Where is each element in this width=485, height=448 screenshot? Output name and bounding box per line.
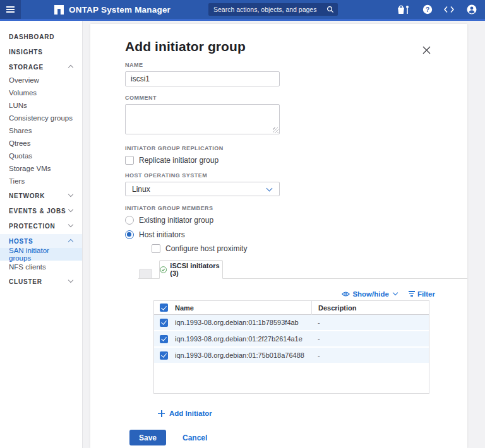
sidebar-item-nfs-clients[interactable]: NFS clients xyxy=(0,261,82,273)
radio-selected-icon[interactable] xyxy=(125,230,134,239)
close-icon[interactable] xyxy=(421,44,432,56)
tab-iscsi-initiators[interactable]: iSCSI initiators (3) xyxy=(159,260,223,279)
chevron-down-icon xyxy=(68,222,73,227)
hamburger-menu-icon[interactable] xyxy=(0,0,21,19)
brand: ONTAP System Manager xyxy=(54,5,171,15)
plus-icon xyxy=(158,410,165,417)
initiator-name: iqn.1993-08.org.debian:01:75b018a76488 xyxy=(174,351,311,359)
add-initiator-label: Add Initiator xyxy=(169,410,212,417)
table-row[interactable]: iqn.1993-08.org.debian:01:1b78593f4ab - xyxy=(154,315,429,331)
chevron-down-icon xyxy=(68,192,73,197)
chevron-up-icon xyxy=(68,239,73,244)
sidebar-item-protection[interactable]: PROTECTION xyxy=(0,219,82,233)
initiators-table-zone: Show/hide Filter Name Description iqn.19 xyxy=(153,289,429,394)
initiator-name: iqn.1993-08.org.debian:01:1b78593f4ab xyxy=(174,319,311,326)
filter-button[interactable]: Filter xyxy=(409,290,435,298)
sidebar-item-network[interactable]: NETWORK xyxy=(0,189,82,203)
row-checkbox[interactable] xyxy=(160,335,168,343)
initiator-description: - xyxy=(311,319,429,326)
sidebar-item-san-initiator-groups[interactable]: SAN initiator groups xyxy=(0,248,82,261)
sidebar-item-hosts[interactable]: HOSTS xyxy=(0,234,82,248)
sidebar-item-overview[interactable]: Overview xyxy=(0,74,82,86)
main-content: Add initiator group NAME COMMENT INITIAT… xyxy=(83,21,485,448)
sidebar-item-cluster[interactable]: CLUSTER xyxy=(0,274,82,288)
initiator-description: - xyxy=(311,335,429,343)
show-hide-columns-button[interactable]: Show/hide xyxy=(342,290,397,298)
header-actions: ? xyxy=(394,0,481,19)
sidebar: DASHBOARD INSIGHTS STORAGE Overview Volu… xyxy=(0,21,83,448)
eye-icon xyxy=(342,291,350,297)
name-label: NAME xyxy=(125,62,452,68)
checkbox-unchecked-icon[interactable] xyxy=(125,156,134,165)
tab-iscsi-initiators-label: iSCSI initiators (3) xyxy=(170,262,222,277)
name-input[interactable] xyxy=(125,71,280,86)
proximity-checkbox[interactable]: Configure host proximity xyxy=(152,244,247,253)
initiator-name: iqn.1993-08.org.debian:01:2f27b2614a1e xyxy=(174,335,311,343)
comment-label: COMMENT xyxy=(125,95,452,101)
global-search[interactable] xyxy=(208,3,338,16)
column-header-description[interactable]: Description xyxy=(311,301,429,315)
sidebar-item-events-jobs[interactable]: EVENTS & JOBS xyxy=(0,204,82,218)
app-header: ONTAP System Manager ? xyxy=(0,0,485,19)
row-checkbox[interactable] xyxy=(160,319,168,327)
column-header-name[interactable]: Name xyxy=(174,304,311,312)
sidebar-item-storage[interactable]: STORAGE xyxy=(0,60,82,74)
chevron-down-icon xyxy=(393,290,398,295)
gift-icon[interactable] xyxy=(394,0,413,19)
sidebar-item-consistency-groups[interactable]: Consistency groups xyxy=(0,112,82,124)
host-os-label: HOST OPERATING SYSTEM xyxy=(125,172,452,179)
search-icon[interactable] xyxy=(326,6,334,13)
netapp-logo-icon xyxy=(54,5,64,15)
user-account-icon[interactable] xyxy=(462,0,481,19)
members-label: INITIATOR GROUP MEMBERS xyxy=(125,205,452,211)
code-brackets-icon[interactable] xyxy=(440,0,458,19)
chevron-up-icon xyxy=(68,65,73,70)
sidebar-item-storage-vms[interactable]: Storage VMs xyxy=(0,162,82,175)
show-hide-label: Show/hide xyxy=(352,290,389,298)
sidebar-item-tiers[interactable]: Tiers xyxy=(0,175,82,187)
existing-group-radio-label: Existing initiator group xyxy=(139,216,213,225)
replication-label: INITIATOR GROUP REPLICATION xyxy=(125,145,452,151)
existing-group-radio[interactable]: Existing initiator group xyxy=(125,215,213,226)
check-circle-icon xyxy=(160,266,167,274)
add-initiator-group-dialog: Add initiator group NAME COMMENT INITIAT… xyxy=(90,24,467,448)
search-input[interactable] xyxy=(208,6,326,13)
sidebar-item-dashboard[interactable]: DASHBOARD xyxy=(0,30,82,44)
radio-unselected-icon[interactable] xyxy=(125,216,134,225)
filter-label: Filter xyxy=(417,290,435,298)
dialog-title: Add initiator group xyxy=(125,39,452,54)
chevron-down-icon xyxy=(266,186,273,192)
host-os-select[interactable]: Linux xyxy=(125,182,280,196)
comment-textarea[interactable] xyxy=(125,104,280,134)
table-row[interactable]: iqn.1993-08.org.debian:01:2f27b2614a1e - xyxy=(154,331,429,348)
replicate-checkbox[interactable]: Replicate initiator group xyxy=(125,156,219,165)
sidebar-item-luns[interactable]: LUNs xyxy=(0,99,82,112)
add-initiator-button[interactable]: Add Initiator xyxy=(158,410,212,417)
app-title: ONTAP System Manager xyxy=(69,5,171,15)
table-row[interactable]: iqn.1993-08.org.debian:01:75b018a76488 - xyxy=(154,348,429,364)
sidebar-item-qtrees[interactable]: Qtrees xyxy=(0,137,82,150)
select-all-checkbox[interactable] xyxy=(160,304,168,312)
table-controls: Show/hide Filter xyxy=(153,289,435,298)
row-checkbox[interactable] xyxy=(160,351,168,360)
dialog-footer: Save Cancel xyxy=(129,430,452,445)
svg-text:?: ? xyxy=(426,6,429,13)
filter-icon xyxy=(409,291,415,297)
chevron-down-icon xyxy=(68,278,73,283)
host-initiators-radio[interactable]: Host initiators xyxy=(125,229,185,240)
sidebar-item-insights[interactable]: INSIGHTS xyxy=(0,45,82,59)
sidebar-item-quotas[interactable]: Quotas xyxy=(0,150,82,162)
initiators-table: Name Description iqn.1993-08.org.debian:… xyxy=(153,300,429,394)
checkbox-unchecked-icon[interactable] xyxy=(152,244,160,253)
host-initiators-radio-label: Host initiators xyxy=(139,230,185,239)
help-icon[interactable]: ? xyxy=(418,0,437,19)
table-empty-area xyxy=(154,364,429,393)
sidebar-item-shares[interactable]: Shares xyxy=(0,124,82,137)
resize-handle-icon[interactable] xyxy=(273,127,278,133)
tab-stub xyxy=(139,269,152,278)
sidebar-item-volumes[interactable]: Volumes xyxy=(0,86,82,99)
proximity-checkbox-label: Configure host proximity xyxy=(165,244,247,253)
cancel-button[interactable]: Cancel xyxy=(183,433,207,442)
chevron-down-icon xyxy=(68,207,73,212)
save-button[interactable]: Save xyxy=(129,430,166,445)
